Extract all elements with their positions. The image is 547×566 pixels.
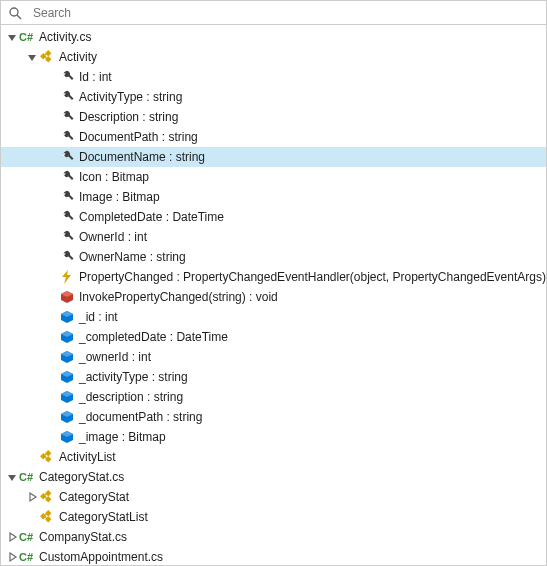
class-icon [39,489,55,505]
property-icon [59,189,75,205]
search-icon [7,5,23,21]
tree-label: Image : Bitmap [79,187,160,207]
tree-member[interactable]: _id : int [1,307,546,327]
tree-file-companystat[interactable]: CompanyStat.cs [1,527,546,547]
tree-member[interactable]: Icon : Bitmap [1,167,546,187]
tree-label: Activity.cs [39,27,91,47]
tree-label: OwnerId : int [79,227,147,247]
tree-file-activity[interactable]: Activity.cs [1,27,546,47]
tree-label: OwnerName : string [79,247,186,267]
tree-label: Id : int [79,67,112,87]
search-bar [1,1,546,25]
tree-class-activitylist[interactable]: ActivityList [1,447,546,467]
tree-label: InvokePropertyChanged(string) : void [79,287,278,307]
field-icon [59,429,75,445]
tree-member-selected[interactable]: DocumentName : string [1,147,546,167]
csharp-file-icon [19,469,35,485]
tree-member[interactable]: _documentPath : string [1,407,546,427]
expander-open-icon[interactable] [5,30,19,44]
tree-label: _id : int [79,307,118,327]
tree-member[interactable]: ActivityType : string [1,87,546,107]
code-tree: Activity.cs Activity Id : int ActivityTy… [1,25,546,566]
tree-member[interactable]: OwnerName : string [1,247,546,267]
expander-open-icon[interactable] [25,50,39,64]
tree-member[interactable]: OwnerId : int [1,227,546,247]
expander-closed-icon[interactable] [5,550,19,564]
expander-open-icon[interactable] [5,470,19,484]
tree-member[interactable]: _image : Bitmap [1,427,546,447]
tree-member[interactable]: Description : string [1,107,546,127]
tree-label: ActivityList [59,447,116,467]
expander-closed-icon[interactable] [25,490,39,504]
class-icon [39,49,55,65]
tree-member[interactable]: _activityType : string [1,367,546,387]
property-icon [59,209,75,225]
tree-file-categorystat[interactable]: CategoryStat.cs [1,467,546,487]
tree-member[interactable]: PropertyChanged : PropertyChangedEventHa… [1,267,546,287]
class-icon [39,509,55,525]
tree-member[interactable]: Image : Bitmap [1,187,546,207]
field-icon [59,409,75,425]
tree-member[interactable]: _ownerId : int [1,347,546,367]
event-icon [59,269,75,285]
tree-label: DocumentName : string [79,147,205,167]
tree-label: _completedDate : DateTime [79,327,228,347]
tree-member[interactable]: Id : int [1,67,546,87]
property-icon [59,129,75,145]
tree-member[interactable]: _completedDate : DateTime [1,327,546,347]
tree-class-categorystatlist[interactable]: CategoryStatList [1,507,546,527]
tree-file-customappointment[interactable]: CustomAppointment.cs [1,547,546,566]
tree-class-activity[interactable]: Activity [1,47,546,67]
property-icon [59,149,75,165]
tree-label: _ownerId : int [79,347,151,367]
property-icon [59,229,75,245]
csharp-file-icon [19,549,35,565]
csharp-file-icon [19,529,35,545]
tree-label: CategoryStat [59,487,129,507]
field-icon [59,309,75,325]
tree-member[interactable]: DocumentPath : string [1,127,546,147]
tree-label: _activityType : string [79,367,188,387]
property-icon [59,89,75,105]
csharp-file-icon [19,29,35,45]
tree-label: Icon : Bitmap [79,167,149,187]
property-icon [59,109,75,125]
tree-label: Activity [59,47,97,67]
property-icon [59,169,75,185]
search-input[interactable] [33,6,540,20]
tree-member[interactable]: _description : string [1,387,546,407]
tree-label: ActivityType : string [79,87,182,107]
property-icon [59,69,75,85]
tree-label: DocumentPath : string [79,127,198,147]
tree-label: _description : string [79,387,183,407]
tree-label: _documentPath : string [79,407,202,427]
tree-label: CategoryStat.cs [39,467,124,487]
tree-member[interactable]: CompletedDate : DateTime [1,207,546,227]
tree-label: CompanyStat.cs [39,527,127,547]
tree-label: CustomAppointment.cs [39,547,163,566]
property-icon [59,249,75,265]
tree-label: CategoryStatList [59,507,148,527]
expander-closed-icon[interactable] [5,530,19,544]
field-icon [59,349,75,365]
tree-label: _image : Bitmap [79,427,166,447]
tree-label: CompletedDate : DateTime [79,207,224,227]
field-icon [59,369,75,385]
tree-member[interactable]: InvokePropertyChanged(string) : void [1,287,546,307]
field-icon [59,389,75,405]
tree-label: Description : string [79,107,178,127]
method-icon [59,289,75,305]
tree-label: PropertyChanged : PropertyChangedEventHa… [79,267,546,287]
tree-class-categorystat[interactable]: CategoryStat [1,487,546,507]
class-icon [39,449,55,465]
field-icon [59,329,75,345]
